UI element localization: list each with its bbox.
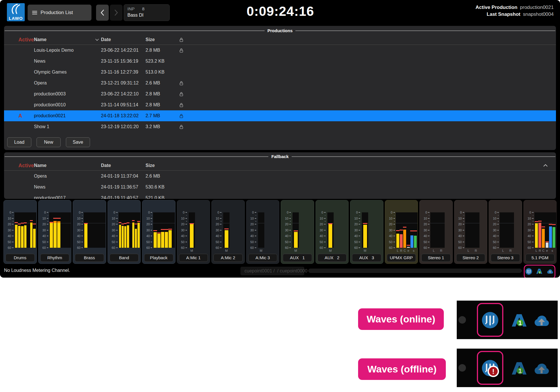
- channel-label[interactable]: Stereo 1: [421, 254, 451, 262]
- reference-line: [293, 223, 299, 223]
- channel-label[interactable]: AUX 2: [318, 254, 347, 262]
- peak-hold-mark: [407, 245, 410, 246]
- meter-channel-band[interactable]: 0102030405060Band: [108, 200, 141, 264]
- peak-hold-mark: [157, 232, 161, 233]
- col-name[interactable]: Name: [27, 37, 101, 42]
- cuepoint-progress-track[interactable]: [308, 269, 522, 273]
- peak-hold-mark: [132, 220, 135, 221]
- production-row-Show 1[interactable]: Show 123-12-19 12:01:203.2 MB: [4, 121, 556, 132]
- last-snapshot-label: Last Snapshot: [487, 11, 520, 17]
- meter-channel-a-mic-2[interactable]: 0102030405060MA:Mic 2: [211, 200, 245, 264]
- load-button[interactable]: Load: [7, 137, 31, 147]
- peak-hold-mark: [84, 223, 88, 224]
- peak-hold-mark: [328, 223, 332, 224]
- channel-label[interactable]: AUX 1: [283, 254, 312, 262]
- production-row-production0003[interactable]: production000323-06-22 14:22:102.8 MB: [4, 89, 556, 99]
- back-button[interactable]: [96, 5, 109, 21]
- screenshot-root: LAWO Production List INP 8: [0, 0, 560, 392]
- save-button[interactable]: Save: [66, 137, 90, 147]
- waves-plugin-icon-online: [481, 311, 499, 330]
- channel-label[interactable]: A:Mic 2: [213, 254, 243, 262]
- waves-plugin-icon[interactable]: [525, 268, 532, 276]
- fallback-row-News[interactable]: News24-01-19 11:36:57530.6 KB: [4, 182, 556, 193]
- scale-tick: 50: [108, 240, 118, 244]
- channel-label[interactable]: UPMX GRP: [387, 254, 416, 262]
- scale-minor-tick: [524, 219, 534, 223]
- scale-tick: 40: [73, 234, 83, 238]
- channel-label[interactable]: Brass: [75, 254, 104, 262]
- peak-hold-mark: [15, 222, 18, 223]
- meter-channel-playback[interactable]: 0102030405060Playback: [142, 200, 175, 264]
- production-row-Louis-Lepoix Demo[interactable]: Louis-Lepoix Demo23-06-22 14:22:012.8 MB: [4, 45, 556, 56]
- meter-channel-stereo-1[interactable]: 0102030405060LRStereo 1: [419, 200, 453, 264]
- scale-tick: 0: [316, 210, 326, 214]
- row-name: production0010: [27, 102, 101, 107]
- meter-channel-upmx-grp[interactable]: 0102030405060LRCesUPMX GRP: [385, 200, 418, 264]
- scale-tick: 0: [350, 210, 360, 214]
- meter-channel-aux-3[interactable]: 0102030405060MAUX 3: [350, 200, 383, 264]
- reference-line: [153, 223, 175, 223]
- meter-bar: [15, 225, 18, 248]
- meter-channel-brass[interactable]: 0102030405060Brass: [73, 200, 106, 264]
- production-row-production0021[interactable]: Aproduction002124-01-18 13:22:022.7 MB: [4, 110, 556, 121]
- channel-label[interactable]: Stereo 3: [491, 254, 520, 262]
- scale-minor-tick: [489, 213, 499, 217]
- meter-channel-stereo-3[interactable]: 0102030405060LRStereo 3: [489, 200, 522, 264]
- meter-bar: [414, 236, 417, 248]
- lawo-automation-icon[interactable]: 1: [536, 268, 543, 276]
- meter-channel-aux-1[interactable]: 0102030405060MAUX 1: [281, 200, 314, 264]
- collapse-chevron-up-icon[interactable]: [543, 163, 548, 168]
- channel-label[interactable]: Playback: [144, 254, 173, 262]
- meter-channel-a-mic-1[interactable]: 0102030405060MA:Mic 1: [177, 200, 210, 264]
- production-row-Opera[interactable]: Opera23-12-21 09:31:122.6 MB: [4, 78, 556, 89]
- scale-tick: 10: [489, 216, 499, 220]
- meter-channel-5-1-pgm[interactable]: 0102030405060LRCes5.1 PGM: [523, 200, 557, 264]
- current-channel-display[interactable]: INP 8 Bass DI: [124, 4, 170, 21]
- peak-hold-mark: [127, 222, 129, 223]
- forward-button[interactable]: [110, 5, 123, 21]
- fallback-row-production0017[interactable]: production001724-01-19 11:40:57521.0 KB: [4, 193, 556, 199]
- scale-tick: 10: [108, 216, 118, 220]
- productions-panel: Productions Active Name Date Size Louis-…: [4, 26, 556, 150]
- channel-format-label: s: [551, 249, 554, 252]
- channel-label[interactable]: A:Mic 3: [248, 254, 278, 262]
- fallback-row-Opera[interactable]: Opera24-01-19 11:37:042.6 MB: [4, 171, 556, 182]
- meter-bar: [127, 225, 129, 248]
- meter-channel-rhythm[interactable]: 0102030405060Rhythm: [38, 200, 72, 264]
- scale-tick: 60: [316, 246, 326, 250]
- cuepoint-display[interactable]: cuepoint0001 / / cuepoint0000: [240, 267, 304, 275]
- col-lock-icon: [174, 38, 188, 42]
- scale-tick: 10: [4, 216, 14, 220]
- scale-tick: 10: [212, 216, 221, 220]
- meter-display: [327, 212, 334, 248]
- meter-bar: [538, 223, 541, 248]
- meter-channel-aux-2[interactable]: 0102030405060MAUX 2: [316, 200, 349, 264]
- svg-text:!: !: [492, 368, 494, 375]
- meter-channel-stereo-2[interactable]: 0102030405060LRStereo 2: [454, 200, 488, 264]
- meter-channel-drums[interactable]: 0102030405060Drums: [3, 200, 37, 264]
- meter-bar: [157, 234, 160, 248]
- channel-label[interactable]: 5.1 PGM: [525, 254, 555, 262]
- channel-label[interactable]: Rhythm: [40, 254, 70, 262]
- meter-bar: [124, 226, 126, 248]
- menu-icon: [32, 11, 37, 14]
- scale-tick: 20: [246, 222, 256, 226]
- new-button[interactable]: New: [37, 137, 61, 147]
- meter-bar: [396, 234, 399, 248]
- production-list-button[interactable]: Production List: [28, 5, 91, 21]
- production-row-News[interactable]: News23-11-15 15:36:19523.2 KB: [4, 56, 556, 67]
- channel-label[interactable]: A:Mic 1: [179, 254, 208, 262]
- peak-hold-mark: [18, 224, 21, 224]
- channel-label[interactable]: AUX 3: [352, 254, 381, 262]
- channel-format-label: e: [545, 249, 549, 252]
- channel-label[interactable]: Drums: [5, 254, 35, 262]
- channel-label[interactable]: Band: [110, 254, 139, 262]
- production-row-production0010[interactable]: production001023-11-14 09:51:142.8 MB: [4, 99, 556, 110]
- row-date: 23-11-14 09:51:14: [101, 102, 146, 107]
- channel-label[interactable]: Stereo 2: [456, 254, 486, 262]
- cloud-upload-icon[interactable]: [546, 268, 554, 276]
- production-row-Olympic Games[interactable]: Olympic Games23-11-16 12:27:39513.0 KB: [4, 67, 556, 78]
- meter-channel-a-mic-3[interactable]: 0102030405060MA:Mic 3: [246, 200, 280, 264]
- productions-title: Productions: [4, 28, 556, 33]
- scale-tick: 30: [39, 228, 48, 232]
